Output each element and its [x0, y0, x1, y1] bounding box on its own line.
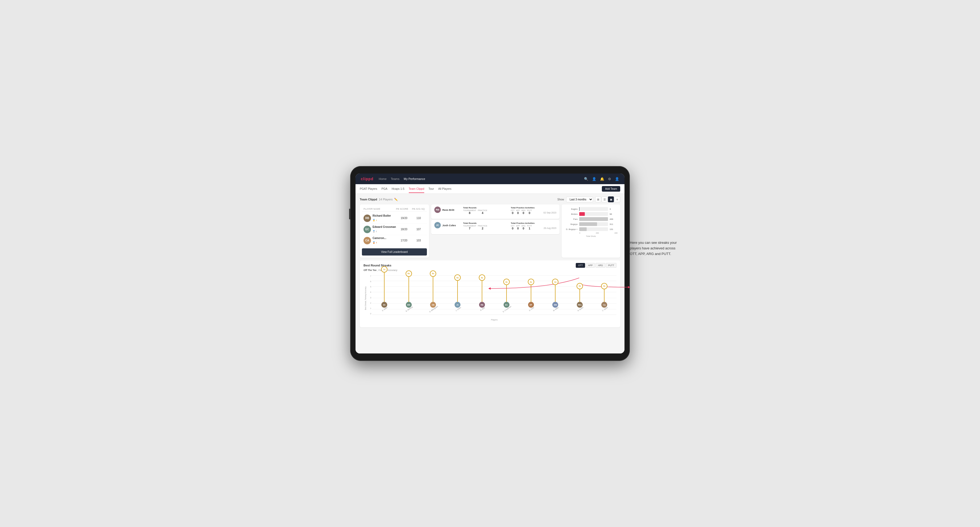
- streak-bubble-5: 4x: [503, 279, 510, 285]
- bar-value-pars: 499: [609, 218, 617, 221]
- badge-cam: 🥉 3: [372, 241, 377, 244]
- bar-label-pars: Pars: [564, 218, 578, 221]
- y-tick-6: 6: [370, 281, 371, 283]
- sub-nav-team-clippd[interactable]: Team Clippd: [409, 185, 424, 193]
- pb-score-ec: 18/20: [396, 228, 412, 231]
- sub-nav-tour[interactable]: Tour: [428, 185, 434, 193]
- bar-container-eagles: [579, 207, 608, 211]
- nav-bar: clippd Home Teams My Performance 🔍 👤 🔔 ⚙…: [355, 173, 625, 184]
- player-card-josh: JC Josh Coles Total Rounds Tournament 7: [431, 220, 560, 234]
- y-tick-1: 1: [370, 307, 371, 309]
- practice-label: Practice: [478, 210, 487, 211]
- sub-nav-pgat[interactable]: PGAT Players: [360, 185, 377, 193]
- pb-avg-rb: 110: [412, 217, 425, 220]
- bar-fill-eagles: [579, 207, 579, 211]
- nav-my-performance[interactable]: My Performance: [404, 176, 425, 181]
- badge-ec: 🥈 2: [372, 230, 377, 233]
- streak-player-col-9: 3xCQC. Quick: [592, 283, 616, 314]
- pb-avg-cam: 103: [412, 239, 425, 242]
- player-name-cam: Cameron...: [372, 237, 387, 240]
- filter-ott[interactable]: OTT: [576, 263, 585, 268]
- x-tick-400: 400: [614, 232, 617, 234]
- search-icon[interactable]: 🔍: [584, 177, 588, 181]
- bar-container-dbogeys: [579, 227, 608, 231]
- settings-icon[interactable]: ⚙: [608, 177, 611, 181]
- player-info-cam: CA Cameron... 🥉 3: [363, 237, 396, 244]
- streak-player-col-3: 5xJCJ. Coles: [445, 275, 470, 314]
- period-select[interactable]: Last 3 months Last 6 months Last year: [566, 197, 593, 202]
- bar-container-pars: [579, 217, 608, 221]
- streak-player-name-3: J. Coles: [455, 306, 463, 314]
- player-name-group-ec: Edward Crossman 🥈 2: [372, 225, 396, 233]
- nav-icons: 🔍 👤 🔔 ⚙ 👤: [584, 177, 619, 181]
- streak-player-name-9: C. Quick: [601, 306, 610, 314]
- player-name-ec: Edward Crossman: [372, 225, 396, 229]
- y-tick-5: 5: [370, 286, 371, 288]
- streak-line-7: [555, 285, 555, 302]
- main-three-col: PLAYER NAME PB SCORE PB AVG SQ RB Richar…: [360, 205, 620, 258]
- avatar-rb: RB: [363, 214, 371, 222]
- y-tick-0: 0: [370, 313, 371, 314]
- streak-player-col-1: 6xBMB. McHarg: [396, 270, 421, 314]
- streak-line-2: [433, 277, 433, 302]
- y-tick-2: 2: [370, 302, 371, 304]
- grid-view-button[interactable]: ⊞: [595, 197, 601, 202]
- streak-bubble-3: 5x: [454, 275, 461, 281]
- list-view-button[interactable]: ☰: [601, 197, 608, 202]
- card-date-rees: 02 Sep 2023: [434, 211, 556, 214]
- streak-player-name-0: E. Ebert: [382, 306, 390, 314]
- sub-nav-hcaps[interactable]: Hcaps 1-5: [392, 185, 404, 193]
- card-view-button[interactable]: ▣: [608, 197, 614, 202]
- y-axis-label: Best Streak, Fairway Accuracy: [364, 286, 366, 310]
- annotation-text: Here you can see streaks your players ha…: [630, 240, 683, 257]
- bar-row-birdies: Birdies 96: [564, 212, 617, 216]
- streak-player-col-4: 5xRBR. Britt: [470, 275, 494, 314]
- view-leaderboard-button[interactable]: View Full Leaderboard: [362, 248, 427, 256]
- leaderboard-header: PLAYER NAME PB SCORE PB AVG SQ: [362, 206, 427, 211]
- table-view-button[interactable]: ≡: [614, 197, 620, 202]
- y-ticks: 7 6 5 4 3 2 1 0: [367, 274, 372, 322]
- user-icon[interactable]: 👤: [592, 177, 596, 181]
- filter-app[interactable]: APP: [585, 263, 595, 268]
- bar-row-eagles: Eagles 3: [564, 207, 617, 211]
- bar-container-bogeys: [579, 222, 608, 226]
- streak-bubble-1: 6x: [406, 270, 412, 277]
- pb-score-rb: 19/20: [396, 217, 412, 220]
- streaks-section: Best Round Streaks OTT APP ARG PUTT Off …: [360, 260, 620, 327]
- annotation-container: Here you can see streaks your players ha…: [630, 240, 683, 257]
- bar-container-birdies: [579, 212, 608, 216]
- players-label: Players: [372, 319, 616, 321]
- bell-icon[interactable]: 🔔: [600, 177, 604, 181]
- nav-home[interactable]: Home: [379, 176, 387, 181]
- table-row: EC Edward Crossman 🥈 2 18/20 107: [362, 224, 427, 235]
- player-info-ec: EC Edward Crossman 🥈 2: [363, 225, 396, 233]
- nav-teams[interactable]: Teams: [391, 176, 399, 181]
- pb-avg-ec: 107: [412, 228, 425, 231]
- profile-avatar[interactable]: 👤: [615, 177, 619, 181]
- sub-nav-pga[interactable]: PGA: [382, 185, 387, 193]
- add-team-button[interactable]: Add Team: [602, 186, 620, 192]
- table-row: RB Richard Butler 🥇 1 19/20 110: [362, 213, 427, 224]
- streaks-header: Best Round Streaks OTT APP ARG PUTT: [363, 263, 616, 268]
- badge-rb: 🥇 1: [372, 219, 377, 221]
- bar-value-birdies: 96: [609, 213, 617, 215]
- filter-arg[interactable]: ARG: [595, 263, 605, 268]
- bar-fill-bogeys: [579, 222, 597, 226]
- streak-line-0: [384, 273, 385, 302]
- bar-chart: Eagles 3 Birdies: [564, 207, 617, 231]
- streak-players-row: 7xEEE. Ebert6xBMB. McHarg6xDBD. Billingh…: [372, 274, 616, 314]
- bar-label-eagles: Eagles: [564, 208, 578, 210]
- rounds-title-rees: Total Rounds: [463, 206, 509, 209]
- filter-putt[interactable]: PUTT: [606, 263, 616, 268]
- bar-row-pars: Pars 499: [564, 217, 617, 221]
- streak-filter-buttons: OTT APP ARG PUTT: [576, 263, 616, 268]
- edit-icon[interactable]: ✏️: [394, 198, 398, 201]
- team-header: Team Clippd 14 Players ✏️ Show Last 3 mo…: [360, 197, 620, 202]
- player-name-group-cam: Cameron... 🥉 3: [372, 237, 387, 244]
- y-tick-3: 3: [370, 297, 371, 298]
- sub-nav-all-players[interactable]: All Players: [438, 185, 451, 193]
- bar-value-eagles: 3: [609, 208, 617, 210]
- streak-player-col-7: 4xMMM. Miller: [543, 279, 568, 314]
- col-pb-avg: PB AVG SQ: [412, 208, 425, 210]
- col-player-name: PLAYER NAME: [363, 208, 396, 210]
